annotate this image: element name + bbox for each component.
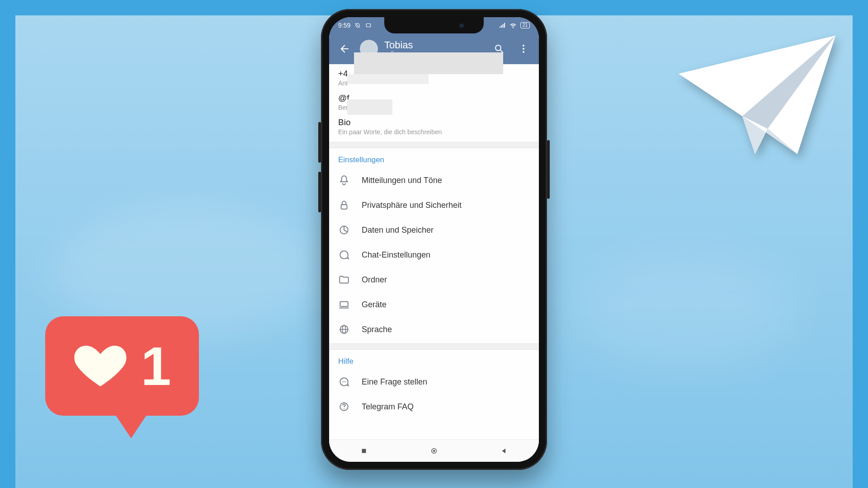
redaction-block	[347, 74, 429, 84]
bell-icon	[338, 174, 350, 186]
svg-rect-22	[362, 449, 366, 453]
pie-chart-icon	[338, 224, 350, 236]
svg-point-9	[523, 51, 524, 53]
globe-icon	[338, 324, 350, 335]
more-vert-icon	[518, 43, 529, 54]
section-divider	[329, 343, 539, 350]
signal-icon	[499, 22, 506, 29]
svg-rect-12	[340, 302, 348, 307]
phone-notch	[384, 17, 484, 33]
status-time: 9:59	[338, 22, 350, 29]
row-label: Mitteilungen und Töne	[362, 176, 442, 185]
like-count: 1	[141, 339, 171, 393]
phone-screen: 9:59 21	[329, 17, 539, 462]
laptop-icon	[338, 299, 350, 310]
bio-value: Bio	[338, 117, 530, 127]
svg-point-8	[523, 48, 524, 50]
row-label: Privatsphäre und Sicherheit	[362, 201, 462, 210]
battery-indicator: 21	[520, 22, 530, 28]
folder-icon	[338, 274, 350, 286]
settings-row-devices[interactable]: Geräte	[329, 292, 539, 317]
help-row-faq[interactable]: Telegram FAQ	[329, 394, 539, 419]
android-nav-bar	[329, 439, 539, 462]
settings-row-privacy[interactable]: Privatsphäre und Sicherheit	[329, 192, 539, 217]
svg-point-17	[342, 381, 343, 382]
help-section-header: Hilfe	[329, 350, 539, 370]
row-label: Ordner	[362, 275, 387, 285]
wifi-icon	[509, 22, 517, 29]
svg-rect-10	[341, 205, 347, 209]
settings-row-folders[interactable]: Ordner	[329, 267, 539, 292]
chat-dots-icon	[338, 376, 350, 388]
help-circle-icon	[338, 401, 350, 413]
nav-recent-button[interactable]	[360, 447, 368, 455]
cloud-decor	[572, 250, 798, 368]
svg-point-19	[345, 381, 346, 382]
more-button[interactable]	[514, 40, 533, 58]
redaction-block	[354, 52, 503, 74]
row-label: Eine Frage stellen	[362, 377, 427, 387]
nav-back-button[interactable]	[500, 447, 508, 455]
card-icon	[365, 22, 372, 29]
row-label: Geräte	[362, 300, 387, 310]
row-label: Chat-Einstellungen	[362, 250, 430, 260]
bio-label: Ein paar Worte, die dich beschreiben	[338, 128, 530, 136]
section-divider	[329, 142, 539, 148]
svg-point-21	[344, 408, 344, 409]
profile-name: Tobias	[384, 40, 413, 51]
settings-row-notifications[interactable]: Mitteilungen und Töne	[329, 168, 539, 192]
row-label: Sprache	[362, 325, 392, 334]
settings-row-language[interactable]: Sprache	[329, 317, 539, 343]
redaction-block	[347, 99, 392, 115]
telegram-paper-plane-icon	[669, 27, 841, 163]
arrow-left-icon	[339, 43, 350, 55]
svg-point-7	[523, 45, 524, 47]
back-button[interactable]	[335, 40, 354, 58]
chat-icon	[338, 249, 350, 261]
phone-frame: 9:59 21	[321, 9, 547, 470]
bio-info-row[interactable]: Bio Ein paar Worte, die dich beschreiben	[329, 113, 539, 142]
heart-icon	[73, 339, 127, 393]
settings-row-data[interactable]: Daten und Speicher	[329, 217, 539, 242]
settings-row-chat[interactable]: Chat-Einstellungen	[329, 242, 539, 267]
settings-section-header: Einstellungen	[329, 148, 539, 168]
alarm-off-icon	[354, 22, 361, 29]
svg-point-18	[344, 381, 344, 382]
svg-point-5	[495, 45, 501, 51]
row-label: Daten und Speicher	[362, 225, 434, 235]
row-label: Telegram FAQ	[362, 402, 414, 412]
nav-home-button[interactable]	[430, 447, 438, 455]
svg-rect-4	[367, 24, 371, 27]
settings-content: +4 Ant @f Ber Bio Ein paar Worte, die di…	[329, 64, 539, 439]
like-badge: 1	[45, 316, 199, 443]
help-row-ask[interactable]: Eine Frage stellen	[329, 370, 539, 394]
svg-point-24	[433, 450, 435, 452]
lock-icon	[338, 199, 350, 211]
